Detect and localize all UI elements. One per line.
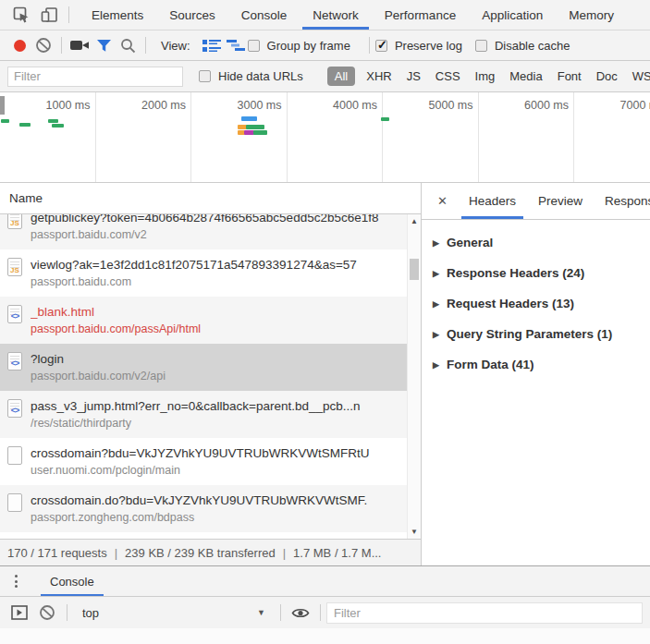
tab-memory[interactable]: Memory	[556, 0, 627, 30]
large-rows-list-icon[interactable]	[200, 33, 224, 57]
clear-icon[interactable]	[31, 33, 55, 57]
timeline-tick-label: 2000 ms	[141, 99, 186, 112]
request-text: _blank.htmlpassport.baidu.com/passApi/ht…	[31, 303, 402, 338]
filter-funnel-icon[interactable]	[92, 33, 116, 57]
inspect-element-icon[interactable]	[7, 3, 35, 27]
details-tab-response[interactable]: Response	[594, 183, 650, 219]
request-row[interactable]: JSgetpublickey?token=4b0664b2874f66565ab…	[0, 214, 421, 249]
context-value: top	[82, 606, 99, 620]
live-expression-eye-icon[interactable]	[287, 601, 314, 625]
network-content: Name JSgetpublickey?token=4b0664b2874f66…	[0, 183, 650, 565]
section-form-data-41[interactable]: ▶Form Data (41)	[422, 349, 650, 380]
divider	[67, 604, 67, 621]
screenshots-camera-icon[interactable]	[67, 33, 92, 57]
type-filter-font[interactable]: Font	[554, 67, 585, 86]
preserve-log-checkbox[interactable]: Preserve log	[375, 39, 462, 53]
view-label: View:	[161, 39, 190, 53]
disclosure-triangle-icon: ▶	[433, 238, 439, 248]
requests-panel: Name JSgetpublickey?token=4b0664b2874f66…	[0, 183, 422, 565]
disable-cache-checkbox[interactable]: Disable cache	[475, 39, 570, 53]
divider	[61, 37, 62, 54]
timeline-request-bar	[19, 123, 31, 127]
timeline-tick-label: 6000 ms	[524, 99, 569, 112]
scrollbar-thumb[interactable]	[410, 259, 419, 280]
type-filter-css[interactable]: CSS	[432, 67, 464, 86]
console-sidebar-icon[interactable]	[6, 601, 33, 625]
type-filter-doc[interactable]: Doc	[593, 67, 621, 86]
request-row[interactable]: JSviewlog?ak=1e3f2dd1c81f2075171a5478933…	[0, 249, 421, 297]
clear-console-icon[interactable]	[33, 601, 61, 625]
vertical-scrollbar[interactable]: ▲ ▼	[407, 214, 421, 539]
request-row[interactable]: <>pass_v3_jump.html?err_no=0&callback=pa…	[0, 391, 421, 438]
tab-application[interactable]: Application	[469, 0, 556, 30]
execution-context-selector[interactable]: top ▼	[73, 606, 275, 620]
tab-performance[interactable]: Performance	[372, 0, 469, 30]
console-filter-input[interactable]	[326, 602, 643, 624]
section-label: Request Headers (13)	[447, 297, 574, 310]
search-icon[interactable]	[116, 33, 140, 57]
request-row[interactable]: <>_blank.htmlpassport.baidu.com/passApi/…	[0, 297, 421, 344]
console-toolbar: top ▼	[0, 597, 650, 628]
type-filter-xhr[interactable]: XHR	[362, 67, 395, 86]
tab-network[interactable]: Network	[300, 0, 372, 30]
waterfall-icon[interactable]	[224, 33, 248, 57]
timeline-request-bar	[1, 119, 9, 123]
request-name: _blank.html	[31, 303, 402, 321]
drawer-tabbar: Console	[0, 566, 650, 597]
network-toolbar: View: Group by framePreserve logDisable …	[0, 30, 650, 61]
record-network-log-icon[interactable]	[7, 33, 31, 57]
divider	[320, 604, 321, 621]
details-tab-headers[interactable]: Headers	[458, 183, 527, 219]
drawer-tab-console[interactable]: Console	[39, 566, 105, 596]
device-toolbar-icon[interactable]	[35, 3, 63, 27]
section-response-headers-24[interactable]: ▶Response Headers (24)	[422, 258, 650, 288]
file-icon	[7, 446, 22, 465]
request-path: passport.baidu.com/v2	[31, 226, 402, 244]
tab-console[interactable]: Console	[228, 0, 300, 30]
toolbar-checkboxes: Group by framePreserve logDisable cache	[248, 37, 583, 54]
tab-sources[interactable]: Sources	[156, 0, 228, 30]
details-tab-preview[interactable]: Preview	[527, 183, 594, 219]
section-query-string-parameters-1[interactable]: ▶Query String Parameters (1)	[422, 319, 650, 349]
group-by-frame-checkbox[interactable]: Group by frame	[248, 39, 350, 53]
section-request-headers-13[interactable]: ▶Request Headers (13)	[422, 288, 650, 319]
request-row[interactable]: crossdomain.do?bdu=VkJYZVhkYU9UVTRUbWRKV…	[0, 485, 421, 532]
type-filter-img[interactable]: Img	[472, 67, 499, 86]
network-overview-timeline[interactable]: 1000 ms2000 ms3000 ms4000 ms5000 ms6000 …	[0, 92, 650, 183]
type-filter-js[interactable]: JS	[403, 67, 424, 86]
hide-data-urls-label: Hide data URLs	[218, 69, 303, 83]
scroll-down-arrow-icon[interactable]: ▼	[408, 525, 421, 539]
hide-data-urls-checkbox[interactable]: Hide data URLs	[199, 69, 303, 83]
close-details-icon[interactable]: ✕	[427, 183, 458, 219]
request-path: passport.zongheng.com/bdpass	[31, 509, 402, 527]
request-row[interactable]: <>?loginpassport.baidu.com/v2/api	[0, 344, 421, 391]
type-filter-ws[interactable]: WS	[629, 67, 650, 86]
divider	[68, 6, 69, 23]
request-name: crossdomain?bdu=VkJYZVhkYU9UVTRUbWRKVWtS…	[31, 444, 402, 462]
network-filter-input[interactable]	[7, 67, 183, 87]
timeline-gridline: 4000 ms	[288, 92, 384, 182]
checkbox-box	[475, 40, 487, 52]
type-filter-all[interactable]: All	[327, 67, 355, 86]
devtools-window: ElementsSourcesConsoleNetworkPerformance…	[0, 0, 650, 644]
disclosure-triangle-icon: ▶	[433, 330, 439, 339]
request-row[interactable]: crossdomain?bdu=VkJYZVhkYU9UVTRUbWRKVWtS…	[0, 438, 421, 485]
scroll-up-arrow-icon[interactable]: ▲	[408, 214, 421, 228]
request-text: crossdomain.do?bdu=VkJYZVhkYU9UVTRUbWRKV…	[31, 492, 402, 527]
checkbox-label: Group by frame	[267, 39, 350, 53]
timeline-request-bar	[241, 116, 257, 121]
drawer-menu-icon[interactable]	[0, 566, 31, 596]
html-file-icon: <>	[7, 399, 22, 418]
section-general[interactable]: ▶General	[422, 227, 650, 258]
main-tabbar: ElementsSourcesConsoleNetworkPerformance…	[0, 0, 650, 30]
drawer-empty-area	[0, 628, 650, 644]
type-filter-media[interactable]: Media	[506, 67, 546, 86]
divider	[369, 37, 370, 54]
disclosure-triangle-icon: ▶	[433, 299, 439, 309]
tab-elements[interactable]: Elements	[79, 0, 156, 30]
name-column-header[interactable]: Name	[0, 183, 421, 214]
headers-sections: ▶General▶Response Headers (24)▶Request H…	[422, 220, 650, 380]
console-tab-label: Console	[50, 575, 94, 589]
console-drawer: Console top ▼	[0, 565, 650, 644]
disclosure-triangle-icon: ▶	[433, 269, 439, 278]
